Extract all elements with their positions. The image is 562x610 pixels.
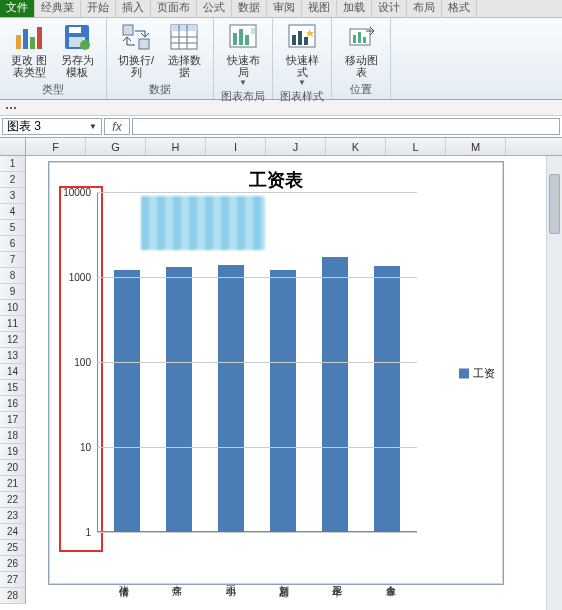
chart-y-axis[interactable]: 110100100010000 [49,192,97,532]
chart-title[interactable]: 工资表 [49,162,503,194]
chart-bar[interactable] [322,257,348,532]
row-header[interactable]: 11 [0,316,25,332]
tab-design[interactable]: 设计 [372,0,407,17]
column-header[interactable]: H [146,138,206,155]
ribbon-group-type: 更改 图表类型 另存为 模板 类型 [0,18,107,99]
quick-layout-label: 快速布局 [222,54,264,78]
tab-review[interactable]: 审阅 [267,0,302,17]
name-box-dropdown-icon[interactable]: ▼ [89,122,97,131]
gridline [97,532,417,533]
change-chart-type-button[interactable]: 更改 图表类型 [6,20,52,78]
svg-rect-17 [233,33,237,45]
chart-object[interactable]: 工资表 110100100010000 张倩倩李炜王小明刘晨超赵玉华金永春 工资 [48,161,504,585]
redacted-region [141,196,265,250]
formula-input[interactable] [132,118,560,135]
tab-classic[interactable]: 经典菜 [35,0,81,17]
svg-rect-22 [292,35,296,45]
column-header[interactable]: K [326,138,386,155]
row-header[interactable]: 20 [0,460,25,476]
quick-styles-button[interactable]: 快速样式 ▼ [279,20,325,87]
row-header[interactable]: 23 [0,508,25,524]
save-as-template-button[interactable]: 另存为 模板 [54,20,100,78]
scrollbar-thumb[interactable] [549,174,560,234]
column-header[interactable]: L [386,138,446,155]
column-header[interactable]: F [26,138,86,155]
svg-rect-2 [30,37,35,49]
chart-bar[interactable] [114,270,140,532]
row-header[interactable]: 15 [0,380,25,396]
column-header[interactable]: J [266,138,326,155]
row-header[interactable]: 26 [0,556,25,572]
column-headers: FGHIJKLM [0,138,562,156]
x-tick-label: 李炜 [170,577,184,580]
switch-row-col-button[interactable]: 切换行/列 [113,20,159,78]
row-header[interactable]: 5 [0,220,25,236]
ribbon: 更改 图表类型 另存为 模板 类型 切换行/列 选择 [0,18,562,100]
quick-layout-button[interactable]: 快速布局 ▼ [220,20,266,87]
row-header[interactable]: 25 [0,540,25,556]
tab-formulas[interactable]: 公式 [197,0,232,17]
quick-layout-icon [227,22,259,52]
gridline [97,362,417,363]
row-header[interactable]: 10 [0,300,25,316]
name-box[interactable]: 图表 3 ▼ [2,118,102,135]
gridline [97,447,417,448]
column-header[interactable]: I [206,138,266,155]
tab-format[interactable]: 格式 [442,0,477,17]
row-header[interactable]: 27 [0,572,25,588]
ribbon-group-chart-styles: 快速样式 ▼ 图表样式 [273,18,332,99]
column-header[interactable]: G [86,138,146,155]
fx-button[interactable]: fx [104,118,130,135]
tab-data[interactable]: 数据 [232,0,267,17]
chart-legend[interactable]: 工资 [459,366,495,381]
svg-rect-1 [23,29,28,49]
tab-home[interactable]: 开始 [81,0,116,17]
tab-view[interactable]: 视图 [302,0,337,17]
row-header[interactable]: 21 [0,476,25,492]
row-header[interactable]: 2 [0,172,25,188]
row-header[interactable]: 24 [0,524,25,540]
row-header[interactable]: 4 [0,204,25,220]
x-tick-label: 张倩倩 [117,577,131,580]
row-header[interactable]: 14 [0,364,25,380]
chart-bar[interactable] [374,266,400,532]
row-header[interactable]: 6 [0,236,25,252]
ribbon-tabstrip: 文件 经典菜 开始 插入 页面布 公式 数据 审阅 视图 加载 设计 布局 格式 [0,0,562,18]
tab-pagelayout[interactable]: 页面布 [151,0,197,17]
row-header[interactable]: 16 [0,396,25,412]
cells-canvas[interactable]: 工资表 110100100010000 张倩倩李炜王小明刘晨超赵玉华金永春 工资 [26,156,562,610]
y-tick-label: 100 [74,357,91,368]
chart-bar[interactable] [218,265,244,532]
row-header[interactable]: 9 [0,284,25,300]
row-header[interactable]: 19 [0,444,25,460]
move-chart-button[interactable]: 移动图表 [338,20,384,78]
chart-bar[interactable] [270,270,296,532]
row-header[interactable]: 17 [0,412,25,428]
switch-row-col-icon [120,22,152,52]
tab-addins[interactable]: 加载 [337,0,372,17]
row-header[interactable]: 8 [0,268,25,284]
ribbon-group-chart-layout-label: 图表布局 [221,87,265,104]
chart-bar[interactable] [166,267,192,532]
select-data-icon [168,22,200,52]
select-all-corner[interactable] [0,138,26,155]
name-box-value: 图表 3 [7,118,41,135]
vertical-scrollbar[interactable] [546,156,562,610]
tab-layout[interactable]: 布局 [407,0,442,17]
row-header[interactable]: 3 [0,188,25,204]
row-header[interactable]: 1 [0,156,25,172]
row-header[interactable]: 13 [0,348,25,364]
select-data-button[interactable]: 选择数据 [161,20,207,78]
column-header[interactable]: M [446,138,506,155]
qat-item-1[interactable]: ⋯ [4,102,18,114]
row-header[interactable]: 7 [0,252,25,268]
row-header[interactable]: 22 [0,492,25,508]
row-header[interactable]: 28 [0,588,25,604]
row-header[interactable]: 12 [0,332,25,348]
y-tick-label: 1000 [69,272,91,283]
legend-swatch-icon [459,368,469,378]
row-header[interactable]: 18 [0,428,25,444]
svg-point-7 [80,40,90,50]
tab-file[interactable]: 文件 [0,0,35,17]
tab-insert[interactable]: 插入 [116,0,151,17]
